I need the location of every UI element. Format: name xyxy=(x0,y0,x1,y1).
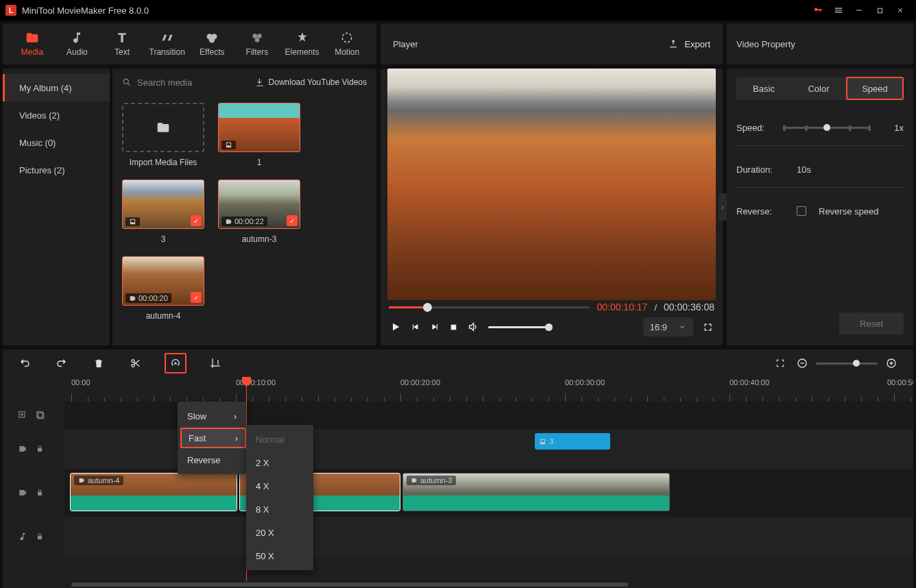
remove-track-icon[interactable] xyxy=(36,411,45,420)
chevron-right-icon: › xyxy=(234,411,237,421)
check-icon: ✓ xyxy=(287,215,298,226)
delete-button[interactable] xyxy=(91,355,107,371)
sidebar-item-pictures[interactable]: Pictures (2) xyxy=(3,156,110,184)
media-thumb-autumn3[interactable]: 00:00:22 ✓ xyxy=(218,180,300,229)
ctx-slow[interactable]: Slow› xyxy=(178,404,246,428)
ctx-fast[interactable]: Fast› xyxy=(180,428,246,448)
zoom-slider[interactable] xyxy=(816,363,878,365)
timeline-toolbar xyxy=(3,350,913,377)
thumb-label-3: 3 xyxy=(161,234,166,244)
lane-video[interactable]: autumn-4 autumn-3 xyxy=(64,469,913,517)
sidebar-item-music[interactable]: Music (0) xyxy=(3,129,110,156)
collapse-handle[interactable]: › xyxy=(719,193,727,221)
video-icon xyxy=(411,477,418,484)
tab-motion[interactable]: Motion xyxy=(324,25,370,63)
next-button[interactable] xyxy=(430,322,439,332)
fit-zoom-button[interactable] xyxy=(772,355,788,371)
ctx-4x[interactable]: 4 X xyxy=(246,474,313,498)
undo-button[interactable] xyxy=(16,355,33,371)
aspect-ratio-select[interactable]: 16:9 xyxy=(643,317,693,336)
ctx-50x[interactable]: 50 X xyxy=(246,544,313,567)
export-button[interactable]: Export xyxy=(668,38,710,49)
key-icon[interactable] xyxy=(808,0,828,21)
lock-icon[interactable] xyxy=(36,532,44,541)
speed-button[interactable] xyxy=(165,353,186,373)
video-icon xyxy=(18,444,27,454)
progress-slider[interactable] xyxy=(389,306,590,308)
library-sidebar: My Album (4) Videos (2) Music (0) Pictur… xyxy=(3,69,112,345)
tab-motion-label: Motion xyxy=(335,47,359,57)
tab-elements[interactable]: Elements xyxy=(280,25,325,63)
volume-button[interactable] xyxy=(468,321,479,332)
duration-value: 10s xyxy=(797,164,811,175)
thumb-label-1: 1 xyxy=(257,158,262,167)
prop-tab-color[interactable]: Color xyxy=(791,77,846,100)
reset-button[interactable]: Reset xyxy=(839,313,904,334)
lock-icon[interactable] xyxy=(36,489,44,497)
import-label: Import Media Files xyxy=(130,158,197,167)
tab-filters[interactable]: Filters xyxy=(234,25,280,63)
prev-button[interactable] xyxy=(411,322,420,332)
player-header: Player Export xyxy=(381,23,723,64)
stop-button[interactable] xyxy=(449,323,458,332)
timeline-ruler[interactable]: 00:00 00:00:10:00 00:00:20:00 00:00:30:0… xyxy=(64,377,913,402)
search-input[interactable]: Search media xyxy=(122,77,192,88)
tab-transition[interactable]: Transition xyxy=(145,25,190,63)
tab-effects-label: Effects xyxy=(200,47,224,57)
image-icon xyxy=(221,140,236,149)
tab-effects[interactable]: Effects xyxy=(190,25,235,63)
svg-rect-8 xyxy=(451,324,457,330)
maximize-button[interactable] xyxy=(869,0,890,21)
minimize-button[interactable] xyxy=(849,0,869,21)
volume-slider[interactable] xyxy=(488,326,550,328)
video-icon xyxy=(18,488,27,498)
ctx-20x[interactable]: 20 X xyxy=(246,521,313,544)
sidebar-item-videos[interactable]: Videos (2) xyxy=(3,101,110,129)
media-thumb-autumn4[interactable]: 00:00:20 ✓ xyxy=(122,256,204,306)
video-icon: 00:00:20 xyxy=(125,293,171,303)
tab-filters-label: Filters xyxy=(246,47,269,57)
play-button[interactable] xyxy=(390,321,401,332)
media-thumb-3[interactable]: ✓ xyxy=(122,180,204,229)
clip-pic3[interactable]: 3 xyxy=(535,433,610,450)
clip-autumn4[interactable]: autumn-4 xyxy=(70,473,237,511)
lock-icon[interactable] xyxy=(36,445,44,453)
close-button[interactable] xyxy=(890,0,911,21)
media-thumb-1[interactable] xyxy=(218,103,300,152)
prop-tab-speed[interactable]: Speed xyxy=(846,77,904,100)
fullscreen-button[interactable] xyxy=(703,322,713,332)
tab-text-label: Text xyxy=(114,47,130,57)
download-youtube-link[interactable]: Download YouTube Videos xyxy=(255,77,367,87)
player-title: Player xyxy=(393,39,418,49)
import-media-button[interactable] xyxy=(122,103,204,152)
timeline-lanes[interactable]: 00:00 00:00:10:00 00:00:20:00 00:00:30:0… xyxy=(64,377,913,581)
clip-autumn3[interactable]: autumn-3 xyxy=(402,473,670,511)
tab-media[interactable]: Media xyxy=(10,25,55,63)
tab-audio[interactable]: Audio xyxy=(55,25,100,63)
duration-label: Duration: xyxy=(736,164,776,175)
property-panel: Basic Color Speed Speed: 1x Duration: 10… xyxy=(727,69,913,345)
add-track-icon[interactable] xyxy=(18,411,27,420)
svg-point-5 xyxy=(255,38,260,42)
lane-audio[interactable] xyxy=(64,517,913,556)
split-button[interactable] xyxy=(128,355,144,371)
tab-text[interactable]: Text xyxy=(99,25,145,63)
time-current: 00:00:10:17 xyxy=(596,302,647,313)
prop-tab-basic[interactable]: Basic xyxy=(736,77,791,100)
reverse-checkbox[interactable] xyxy=(797,206,806,216)
speed-slider[interactable] xyxy=(783,127,871,129)
zoom-in-button[interactable] xyxy=(883,355,900,371)
check-icon: ✓ xyxy=(191,215,202,226)
sidebar-item-myalbum[interactable]: My Album (4) xyxy=(3,74,110,101)
crop-button[interactable] xyxy=(207,355,224,371)
redo-button[interactable] xyxy=(53,355,70,371)
svg-point-4 xyxy=(257,34,262,38)
ctx-8x[interactable]: 8 X xyxy=(246,498,313,521)
video-preview[interactable] xyxy=(387,69,716,300)
ctx-2x[interactable]: 2 X xyxy=(246,451,313,474)
timeline-scrollbar[interactable] xyxy=(3,581,913,588)
menu-icon[interactable] xyxy=(828,0,849,21)
ctx-normal[interactable]: Normal xyxy=(246,428,313,451)
ctx-reverse[interactable]: Reverse xyxy=(178,448,246,471)
zoom-out-button[interactable] xyxy=(794,355,810,371)
